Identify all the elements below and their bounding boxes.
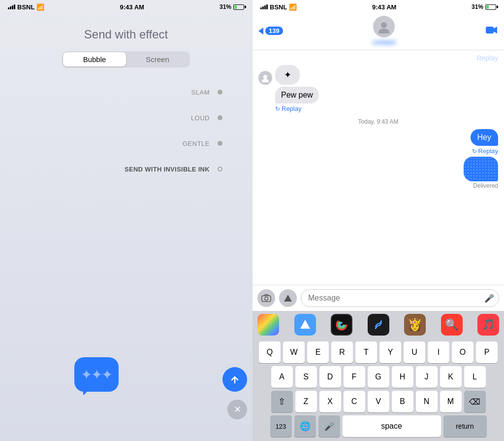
key-t[interactable]: T	[355, 341, 377, 363]
invisible-ink-effect[interactable]: SEND WITH INVISIBLE INK	[0, 156, 222, 182]
shift-key[interactable]: ⇧	[271, 391, 293, 412]
key-r[interactable]: R	[331, 341, 353, 363]
key-k[interactable]: K	[440, 366, 462, 388]
right-wifi-icon: 📶	[289, 3, 297, 11]
replay-link-pew-pew[interactable]: ↻ Replay	[275, 105, 319, 112]
bubble-pew-pew: Pew pew	[275, 87, 319, 103]
keyboard-bottom-row: 123 🌐 🎤 space return	[254, 415, 502, 437]
left-status-bar: BSNL 📶 9:43 AM 31%	[0, 0, 252, 14]
back-chevron-icon[interactable]	[258, 28, 263, 34]
r-signal-bar-2	[262, 6, 264, 9]
left-carrier-name: BSNL	[17, 3, 34, 11]
replay-link-hey[interactable]: ↻ Replay	[472, 147, 498, 155]
signal-bars	[8, 4, 15, 9]
gentle-effect[interactable]: GENTLE	[0, 131, 222, 156]
right-carrier: BSNL 📶	[260, 3, 297, 11]
contact-avatar[interactable]	[373, 16, 395, 37]
bubble-tab[interactable]: Bubble	[63, 52, 126, 67]
key-l[interactable]: L	[464, 366, 486, 388]
screen-tab[interactable]: Screen	[126, 52, 189, 67]
delete-key[interactable]: ⌫	[464, 391, 486, 412]
search-app-icon[interactable]: 🔍	[441, 314, 463, 336]
replay-icon: ↻	[275, 105, 280, 112]
r-signal-bar-3	[264, 5, 266, 9]
svg-point-1	[378, 29, 389, 34]
key-g[interactable]: G	[368, 366, 389, 388]
message-row-invisible: Delivered	[258, 157, 498, 189]
left-panel: BSNL 📶 9:43 AM 31% Send with effect Bubb…	[0, 0, 252, 441]
gentle-dot	[218, 141, 222, 146]
key-j[interactable]: J	[416, 366, 438, 388]
appstore-icon	[298, 318, 312, 332]
key-f[interactable]: F	[344, 366, 365, 388]
close-button[interactable]: ✕	[227, 400, 247, 419]
svg-point-4	[262, 79, 269, 82]
signal-bar-3	[12, 5, 13, 9]
appstore-app-icon[interactable]	[294, 314, 316, 336]
contact-name[interactable]: contact	[373, 38, 395, 46]
key-o[interactable]: O	[452, 341, 473, 363]
right-battery: 31%	[472, 3, 496, 10]
search-icon: 🔍	[445, 318, 458, 331]
key-z[interactable]: Z	[295, 391, 317, 412]
key-w[interactable]: W	[283, 341, 305, 363]
apps-button[interactable]	[279, 289, 297, 307]
camera-button[interactable]	[257, 289, 275, 307]
key-i[interactable]: I	[428, 341, 449, 363]
battery-icon	[233, 4, 244, 10]
left-carrier: BSNL 📶	[8, 3, 44, 11]
video-call-button[interactable]	[485, 25, 498, 37]
signal-bar-2	[10, 6, 11, 9]
mic-icon[interactable]: 🎤	[484, 294, 494, 303]
photos-app-icon[interactable]	[257, 314, 279, 336]
messages-area: Replay ✦ Pew pew ↻ Replay	[252, 50, 504, 285]
key-v[interactable]: V	[368, 391, 389, 412]
replay-icon-hey: ↻	[472, 148, 477, 155]
r-signal-bar-4	[266, 4, 268, 9]
key-a[interactable]: A	[271, 366, 293, 388]
key-b[interactable]: B	[392, 391, 413, 412]
send-with-effect-title: Send with effect	[84, 28, 168, 41]
left-msg-1-container: ✦	[275, 65, 300, 85]
key-h[interactable]: H	[392, 366, 413, 388]
key-p[interactable]: P	[476, 341, 498, 363]
shazam-app-icon[interactable]	[368, 314, 389, 336]
key-q[interactable]: Q	[259, 341, 281, 363]
key-e[interactable]: E	[307, 341, 329, 363]
message-row-pew-pew: Pew pew ↻ Replay	[258, 87, 498, 112]
globe-key[interactable]: 🌐	[294, 415, 316, 437]
key-x[interactable]: X	[319, 391, 341, 412]
memoji-app-icon[interactable]: 👸	[404, 314, 426, 336]
space-key[interactable]: space	[343, 415, 441, 437]
loud-effect[interactable]: LOUD	[0, 105, 222, 131]
right-status-bar: BSNL 📶 9:43 AM 31%	[252, 0, 504, 14]
message-input[interactable]	[301, 289, 499, 307]
music-app-icon[interactable]: 🎵	[477, 314, 499, 336]
right-battery-icon	[485, 4, 496, 10]
return-key[interactable]: return	[443, 415, 487, 437]
replay-label: Replay	[282, 105, 301, 112]
sparkle-icon: ✦	[284, 69, 291, 80]
avatar-small-icon	[261, 73, 270, 82]
slam-effect[interactable]: SLAM	[0, 79, 222, 105]
video-icon	[485, 26, 498, 34]
key-s[interactable]: S	[295, 366, 317, 388]
key-m[interactable]: M	[440, 391, 462, 412]
right-panel: BSNL 📶 9:43 AM 31% 139 contact	[252, 0, 504, 441]
key-u[interactable]: U	[404, 341, 425, 363]
back-badge[interactable]: 139	[265, 27, 283, 35]
mic-key[interactable]: 🎤	[318, 415, 340, 437]
key-n[interactable]: N	[416, 391, 438, 412]
nav-left: 139	[258, 27, 283, 35]
key-c[interactable]: C	[344, 391, 365, 412]
activity-rings-icon	[335, 318, 348, 332]
numbers-key[interactable]: 123	[270, 415, 292, 437]
activity-app-icon[interactable]	[331, 314, 352, 336]
message-row-incoming-sparkle: ✦	[258, 65, 498, 85]
bubble-invisible	[464, 157, 498, 181]
send-button[interactable]	[222, 367, 247, 392]
key-y[interactable]: Y	[379, 341, 401, 363]
svg-point-0	[381, 22, 387, 28]
key-d[interactable]: D	[319, 366, 341, 388]
bubble-sparkle: ✦	[275, 65, 300, 85]
